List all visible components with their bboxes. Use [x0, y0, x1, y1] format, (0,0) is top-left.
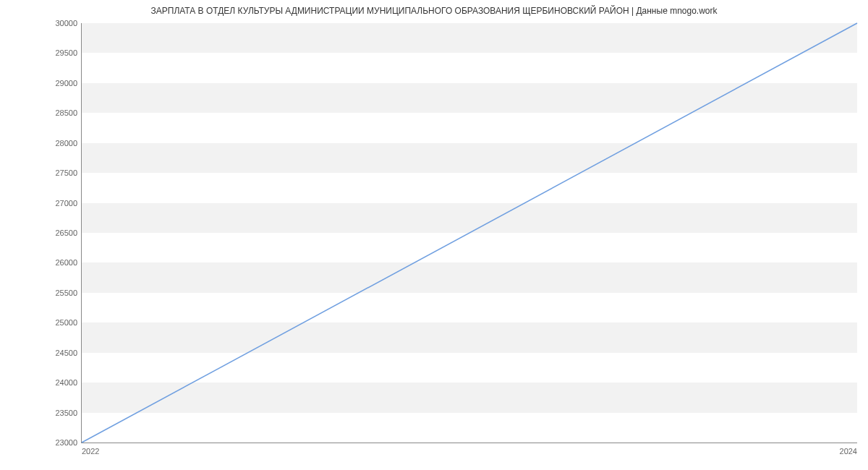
plot-area: 2300023500240002450025000255002600026500…	[81, 23, 857, 443]
y-tick-label: 27000	[55, 199, 77, 208]
y-tick-label: 24500	[55, 349, 77, 357]
y-tick-label: 28000	[55, 139, 77, 148]
y-tick-label: 26500	[55, 228, 77, 237]
series-line	[82, 23, 857, 443]
y-tick-label: 23000	[55, 438, 77, 447]
y-tick-label: 25500	[55, 289, 77, 297]
y-tick-label: 30000	[55, 19, 77, 27]
line-series	[82, 23, 857, 443]
y-tick-label: 29500	[55, 48, 77, 57]
y-tick-label: 27500	[55, 168, 77, 177]
x-tick-label: 2024	[840, 447, 857, 456]
y-tick-label: 29000	[55, 79, 77, 87]
y-tick-label: 28500	[55, 108, 77, 117]
y-tick-label: 25000	[55, 318, 77, 327]
x-tick-label: 2022	[82, 447, 99, 456]
y-tick-label: 23500	[55, 409, 77, 417]
y-tick-label: 26000	[55, 258, 77, 267]
y-tick-label: 24000	[55, 378, 77, 387]
chart-title: ЗАРПЛАТА В ОТДЕЛ КУЛЬТУРЫ АДМИНИСТРАЦИИ …	[0, 6, 868, 16]
chart-container: ЗАРПЛАТА В ОТДЕЛ КУЛЬТУРЫ АДМИНИСТРАЦИИ …	[0, 0, 868, 470]
